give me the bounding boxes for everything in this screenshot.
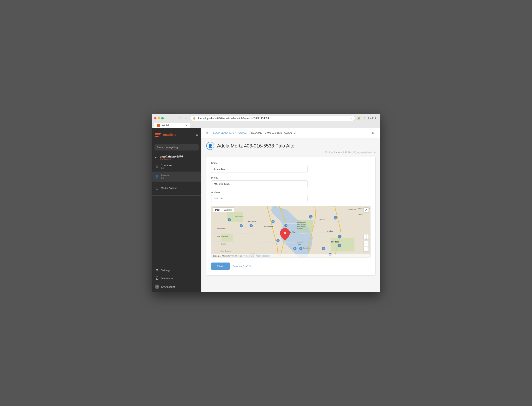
- back-button[interactable]: ‹: [167, 116, 172, 121]
- browser-actions: 🧩 ⋮: [356, 116, 367, 120]
- close-button[interactable]: [154, 117, 157, 119]
- logo: restdb.io: [155, 132, 177, 138]
- record-view: 👤 Adela Mertz 403-016-5538 Palo Alto Mod…: [202, 138, 380, 280]
- svg-text:El Granada: El Granada: [217, 227, 226, 229]
- save-draft-button[interactable]: Save as Draft ✎: [232, 265, 251, 268]
- nav-section: ⊞ Countries 100 👤 People 180 🖼: [152, 161, 202, 265]
- countries-count: 100: [161, 167, 172, 169]
- nav-divider-2: [152, 195, 202, 196]
- people-content: People 180: [161, 174, 169, 179]
- tabs-bar: restdb.io ✕ +: [154, 123, 378, 128]
- db-icon: ≡: [154, 155, 157, 160]
- databases-icon: 🗄: [155, 276, 159, 280]
- sidebar-item-settings[interactable]: ⚙ Settings: [152, 266, 202, 274]
- breadcrumb-collection[interactable]: PEOPLE: [237, 131, 247, 134]
- svg-text:280: 280: [272, 221, 274, 222]
- svg-text:Don Edwards: Don Edwards: [297, 221, 306, 223]
- minimize-button[interactable]: [158, 117, 160, 119]
- field-group-address: Address: [211, 191, 371, 202]
- record-card: Name Phone Address: [206, 157, 375, 276]
- field-group-name: Name: [211, 162, 371, 173]
- browser-chrome: ‹ › ↻ ⌂ 🔒 https://plugindemo-6876.restdb…: [152, 114, 380, 128]
- address-bar[interactable]: 🔒 https://plugindemo-6876.restdb.io/home…: [190, 116, 355, 121]
- tab-favicon: [157, 124, 160, 127]
- sidebar-item-media-archive[interactable]: 🖼 Media Archive 0: [152, 184, 202, 194]
- svg-text:Bair Island: Bair Island: [248, 220, 255, 222]
- settings-icon: ⚙: [155, 268, 159, 272]
- search-wrap: [152, 142, 202, 153]
- draft-icon: ✎: [249, 265, 251, 268]
- my-account-label: My Account: [161, 285, 175, 288]
- map-controls-right: 🚶 + −: [363, 234, 369, 252]
- sidebar-item-countries[interactable]: ⊞ Countries 100: [152, 161, 202, 172]
- breadcrumb-current: ADELA MERTZ 403-016-5538 PALO ALTO: [250, 131, 295, 134]
- settings-button[interactable]: ⚙: [370, 130, 376, 136]
- map-report[interactable]: Report a map error: [256, 255, 271, 257]
- map-expand-button[interactable]: ⤢: [363, 207, 369, 213]
- reload-button[interactable]: ↻: [178, 116, 183, 121]
- svg-text:880: 880: [322, 248, 325, 249]
- bookmark-icon[interactable]: ☆: [350, 117, 352, 120]
- address-input[interactable]: [211, 195, 307, 202]
- sidebar: restdb.io ↻ ≡ plugindemo-6876 developmen…: [152, 128, 202, 292]
- svg-text:Wildlife...: Wildlife...: [297, 227, 303, 229]
- name-label: Name: [211, 162, 371, 165]
- sidebar-item-people[interactable]: 👤 People 180: [152, 172, 202, 181]
- svg-text:Half Moon Bay: Half Moon Bay: [217, 235, 228, 237]
- map-streetview-button[interactable]: 🚶: [363, 234, 369, 239]
- db-env: development: [160, 158, 183, 160]
- svg-text:Lobitos: Lobitos: [221, 243, 227, 245]
- svg-rect-3: [221, 234, 233, 242]
- phone-input[interactable]: [211, 180, 307, 187]
- secure-icon: 🔒: [193, 117, 195, 120]
- active-tab[interactable]: restdb.io ✕: [154, 123, 190, 128]
- map-terms[interactable]: Terms of Use: [244, 255, 254, 257]
- sidebar-item-databases[interactable]: 🗄 Databases: [152, 274, 202, 282]
- svg-text:San Mateo: San Mateo: [235, 215, 244, 217]
- search-input[interactable]: [154, 144, 199, 151]
- svg-text:880: 880: [339, 245, 341, 246]
- tab-close-icon[interactable]: ✕: [186, 124, 187, 127]
- sidebar-item-my-account[interactable]: J My Account: [152, 282, 202, 291]
- home-icon[interactable]: 🏠: [205, 131, 209, 134]
- app-layout: restdb.io ↻ ≡ plugindemo-6876 developmen…: [152, 128, 380, 292]
- svg-text:Milpitas: Milpitas: [327, 230, 333, 232]
- tab-title: restdb.io: [161, 124, 170, 127]
- sep-1: /: [210, 131, 210, 134]
- map-tab-satellite[interactable]: Satellite: [222, 207, 234, 212]
- svg-text:1: 1: [229, 219, 230, 221]
- svg-text:92: 92: [251, 225, 252, 226]
- databases-label: Databases: [161, 277, 173, 280]
- breadcrumb-db[interactable]: PLUGINDEMO-6876: [211, 131, 234, 134]
- home-button[interactable]: ⌂: [184, 116, 188, 121]
- countries-icon: ⊞: [155, 165, 159, 168]
- new-tab-button[interactable]: +: [190, 123, 196, 128]
- svg-text:84: 84: [294, 248, 295, 249]
- address-label: Address: [211, 191, 371, 194]
- db-info: plugindemo-6876 development: [160, 155, 183, 160]
- map-tab-map[interactable]: Map: [213, 207, 222, 212]
- browser-window: ‹ › ↻ ⌂ 🔒 https://plugindemo-6876.restdb…: [152, 114, 380, 292]
- maximize-button[interactable]: [161, 117, 164, 119]
- sync-icon[interactable]: ↻: [195, 133, 198, 137]
- save-button[interactable]: Save: [211, 262, 230, 270]
- svg-text:Bay National: Bay National: [297, 225, 305, 227]
- people-count: 180: [161, 177, 169, 179]
- svg-text:Fremont: Fremont: [319, 218, 326, 220]
- record-avatar-icon: 👤: [206, 142, 214, 150]
- menu-button[interactable]: ⋮: [362, 116, 367, 120]
- map-svg: San Mateo Bair Island Redwood City Palo …: [211, 206, 370, 258]
- name-input[interactable]: [211, 166, 307, 173]
- forward-button[interactable]: ›: [172, 116, 177, 121]
- svg-text:35: 35: [277, 240, 279, 241]
- svg-text:92: 92: [240, 225, 242, 226]
- map-zoom-out-button[interactable]: −: [363, 246, 369, 252]
- extensions-button[interactable]: 🧩: [356, 116, 361, 120]
- map-zoom-in-button[interactable]: +: [363, 241, 369, 246]
- svg-text:101: 101: [285, 225, 287, 226]
- svg-point-58: [284, 232, 286, 234]
- phone-label: Phone: [211, 176, 371, 179]
- nav-buttons: ‹ › ↻ ⌂: [167, 116, 188, 121]
- countries-content: Countries 100: [161, 164, 172, 169]
- sidebar-footer: ⚙ Settings 🗄 Databases J My Account: [152, 265, 202, 292]
